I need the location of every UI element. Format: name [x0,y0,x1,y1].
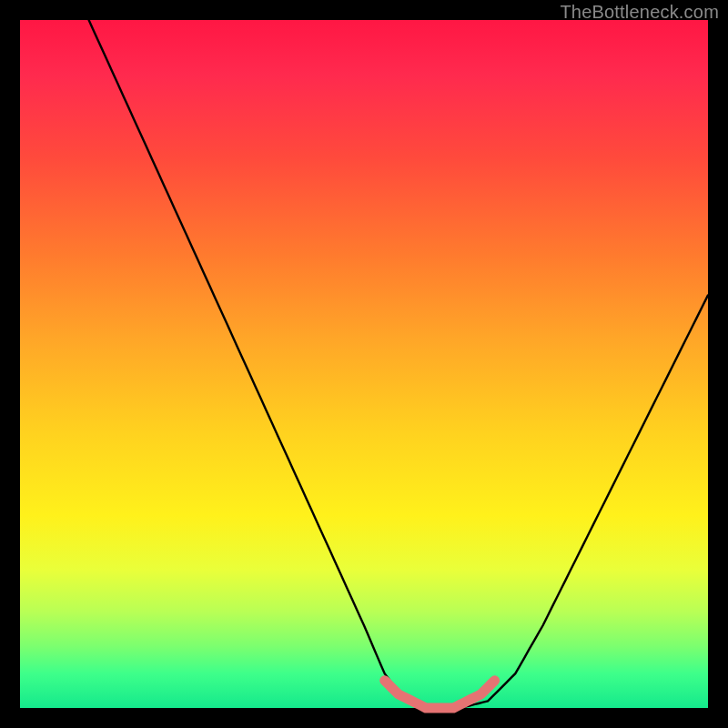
watermark-text: TheBottleneck.com [560,2,719,23]
plot-area [20,20,708,708]
bottleneck-curve [89,20,708,708]
chart-svg [20,20,708,708]
chart-frame: TheBottleneck.com [0,0,728,728]
